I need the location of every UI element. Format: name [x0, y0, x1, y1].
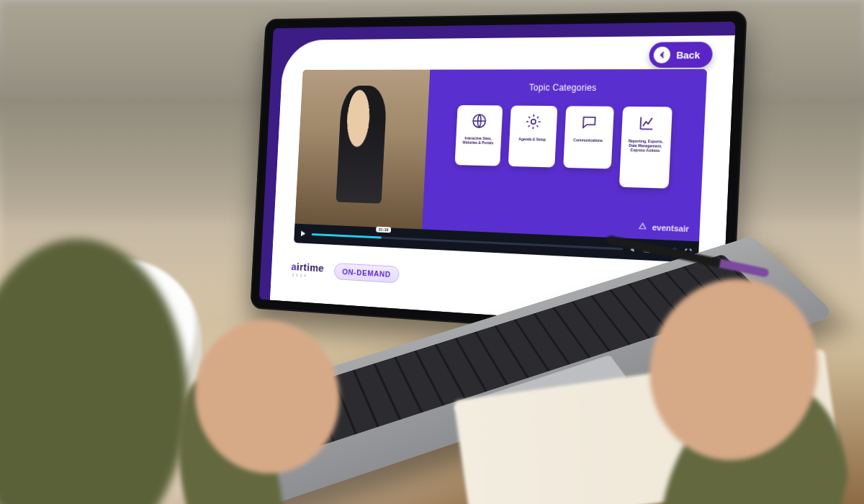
slide-card-row: Interactive Sites, Websites & Portals Ag… — [454, 105, 672, 189]
airtime-logo-year: 2024 — [292, 272, 324, 278]
topic-card-label: Agenda & Setup — [518, 138, 546, 142]
video-timecode: 21:18 — [376, 226, 391, 233]
slide-brand: eventsair — [636, 220, 689, 235]
chat-icon — [580, 114, 598, 139]
topic-card: Interactive Sites, Websites & Portals — [454, 105, 503, 166]
video-progress-bar[interactable]: 21:18 — [312, 233, 623, 250]
on-demand-badge: ON-DEMAND — [333, 263, 400, 284]
video-player[interactable]: Topic Categories Interactive Sites, Webs… — [294, 69, 707, 263]
svg-point-1 — [531, 120, 536, 125]
video-speaker-camera — [294, 70, 430, 230]
topic-card: Agenda & Setup — [508, 106, 557, 168]
back-button[interactable]: Back — [649, 42, 714, 68]
slide-title: Topic Categories — [529, 83, 597, 94]
globe-icon — [470, 112, 487, 137]
brand-mark-icon — [636, 220, 647, 233]
topic-card-label: Interactive Sites, Websites & Portals — [459, 137, 497, 145]
topic-card-label: Communications — [573, 138, 603, 143]
airtime-logo: airtime 2024 — [291, 261, 325, 279]
chart-icon — [636, 114, 656, 140]
gear-icon — [524, 113, 542, 138]
footer-row: airtime 2024 ON-DEMAND — [291, 261, 400, 284]
video-frame: Topic Categories Interactive Sites, Webs… — [294, 69, 707, 241]
airtime-logo-text: airtime — [291, 261, 324, 273]
back-button-label: Back — [676, 49, 701, 60]
play-button[interactable] — [299, 229, 307, 238]
topic-card: Reporting, Exports, Data Management, Exp… — [618, 107, 672, 189]
topic-card-label: Reporting, Exports, Data Management, Exp… — [625, 140, 666, 153]
back-arrow-icon — [653, 47, 670, 63]
slide-brand-label: eventsair — [652, 222, 689, 233]
